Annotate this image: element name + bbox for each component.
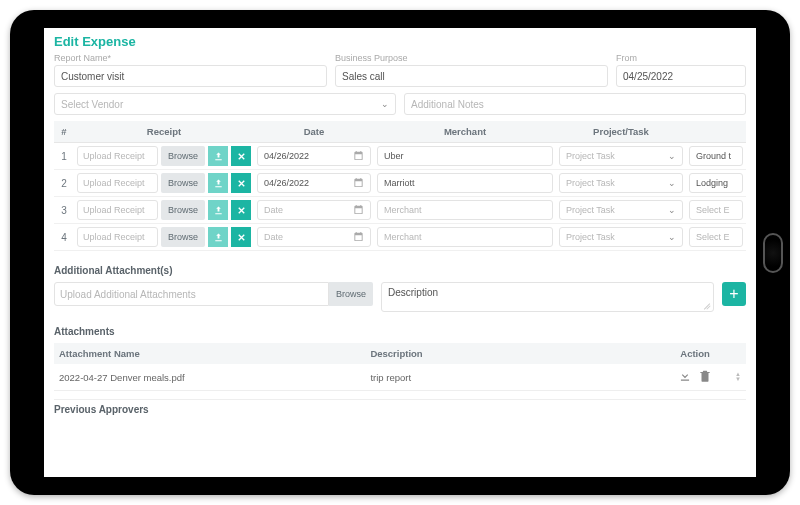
- expense-type-select[interactable]: Lodging: [689, 173, 743, 193]
- row-number: 2: [54, 170, 74, 197]
- remove-receipt-button[interactable]: [231, 200, 251, 220]
- date-input[interactable]: 04/26/2022: [257, 146, 371, 166]
- additional-attachments-heading: Additional Attachment(s): [54, 265, 746, 276]
- page-title: Edit Expense: [54, 34, 746, 49]
- additional-notes-input[interactable]: Additional Notes: [404, 93, 746, 115]
- chevron-down-icon: ⌄: [668, 178, 676, 188]
- table-row: 4Upload ReceiptBrowseDateMerchantProject…: [54, 224, 746, 251]
- chevron-down-icon: ⌄: [381, 99, 389, 109]
- delete-attachment-button[interactable]: [698, 369, 712, 385]
- add-attachment-button[interactable]: +: [722, 282, 746, 306]
- report-name-input[interactable]: Customer visit: [54, 65, 327, 87]
- upload-icon[interactable]: [208, 227, 228, 247]
- col-header-attachment-name: Attachment Name: [54, 343, 365, 364]
- col-header-num: #: [54, 121, 74, 143]
- sort-handle-icon[interactable]: ▲▼: [735, 372, 741, 382]
- receipt-upload-input[interactable]: Upload Receipt: [77, 200, 158, 220]
- resize-handle-icon: [703, 301, 711, 309]
- remove-receipt-button[interactable]: [231, 146, 251, 166]
- project-task-select[interactable]: Project Task⌄: [559, 146, 683, 166]
- merchant-input[interactable]: Marriott: [377, 173, 553, 193]
- attachments-heading: Attachments: [54, 326, 746, 337]
- business-purpose-label: Business Purpose: [335, 53, 608, 63]
- additional-attachment-browse-button[interactable]: Browse: [329, 282, 373, 306]
- table-row: 2022-04-27 Denver meals.pdftrip report▲▼: [54, 364, 746, 391]
- receipt-browse-button[interactable]: Browse: [161, 173, 205, 193]
- merchant-input[interactable]: Merchant: [377, 200, 553, 220]
- receipt-upload-input[interactable]: Upload Receipt: [77, 227, 158, 247]
- table-row: 3Upload ReceiptBrowseDateMerchantProject…: [54, 197, 746, 224]
- merchant-input[interactable]: Uber: [377, 146, 553, 166]
- chevron-down-icon: ⌄: [668, 205, 676, 215]
- expense-type-select[interactable]: Ground t: [689, 146, 743, 166]
- receipt-browse-button[interactable]: Browse: [161, 146, 205, 166]
- attachment-name: 2022-04-27 Denver meals.pdf: [54, 364, 365, 391]
- receipt-upload-input[interactable]: Upload Receipt: [77, 173, 158, 193]
- upload-icon[interactable]: [208, 146, 228, 166]
- merchant-input[interactable]: Merchant: [377, 227, 553, 247]
- expense-lines-table: # Receipt Date Merchant Project/Task 1Up…: [54, 121, 746, 251]
- remove-receipt-button[interactable]: [231, 173, 251, 193]
- attachments-table: Attachment Name Description Action 2022-…: [54, 343, 746, 391]
- receipt-browse-button[interactable]: Browse: [161, 200, 205, 220]
- receipt-upload-input[interactable]: Upload Receipt: [77, 146, 158, 166]
- report-name-label: Report Name*: [54, 53, 327, 63]
- col-header-merchant: Merchant: [374, 121, 556, 143]
- col-header-receipt: Receipt: [74, 121, 254, 143]
- business-purpose-input[interactable]: Sales call: [335, 65, 608, 87]
- expense-type-select[interactable]: Select E: [689, 227, 743, 247]
- upload-icon[interactable]: [208, 173, 228, 193]
- remove-receipt-button[interactable]: [231, 227, 251, 247]
- expense-type-select[interactable]: Select E: [689, 200, 743, 220]
- tablet-frame: Edit Expense Report Name* Customer visit…: [10, 10, 790, 495]
- download-attachment-button[interactable]: [678, 369, 692, 385]
- attachment-description: trip report: [365, 364, 660, 391]
- row-number: 1: [54, 143, 74, 170]
- row-number: 3: [54, 197, 74, 224]
- upload-icon[interactable]: [208, 200, 228, 220]
- from-date-input[interactable]: 04/25/2022: [616, 65, 746, 87]
- col-header-date: Date: [254, 121, 374, 143]
- date-input[interactable]: Date: [257, 200, 371, 220]
- app-screen: Edit Expense Report Name* Customer visit…: [44, 28, 756, 477]
- project-task-select[interactable]: Project Task⌄: [559, 173, 683, 193]
- col-header-project: Project/Task: [556, 121, 686, 143]
- vendor-select[interactable]: Select Vendor⌄: [54, 93, 396, 115]
- row-number: 4: [54, 224, 74, 251]
- project-task-select[interactable]: Project Task⌄: [559, 227, 683, 247]
- attachment-description-input[interactable]: Description: [381, 282, 714, 312]
- from-label: From: [616, 53, 746, 63]
- receipt-browse-button[interactable]: Browse: [161, 227, 205, 247]
- project-task-select[interactable]: Project Task⌄: [559, 200, 683, 220]
- col-header-attachment-desc: Description: [365, 343, 660, 364]
- col-header-attachment-action: Action: [660, 343, 730, 364]
- tablet-home-button[interactable]: [763, 233, 783, 273]
- chevron-down-icon: ⌄: [668, 232, 676, 242]
- table-row: 2Upload ReceiptBrowse04/26/2022MarriottP…: [54, 170, 746, 197]
- previous-approvers-heading: Previous Approvers: [54, 399, 746, 415]
- chevron-down-icon: ⌄: [668, 151, 676, 161]
- additional-attachment-upload[interactable]: Upload Additional Attachments: [54, 282, 329, 306]
- date-input[interactable]: Date: [257, 227, 371, 247]
- table-row: 1Upload ReceiptBrowse04/26/2022UberProje…: [54, 143, 746, 170]
- date-input[interactable]: 04/26/2022: [257, 173, 371, 193]
